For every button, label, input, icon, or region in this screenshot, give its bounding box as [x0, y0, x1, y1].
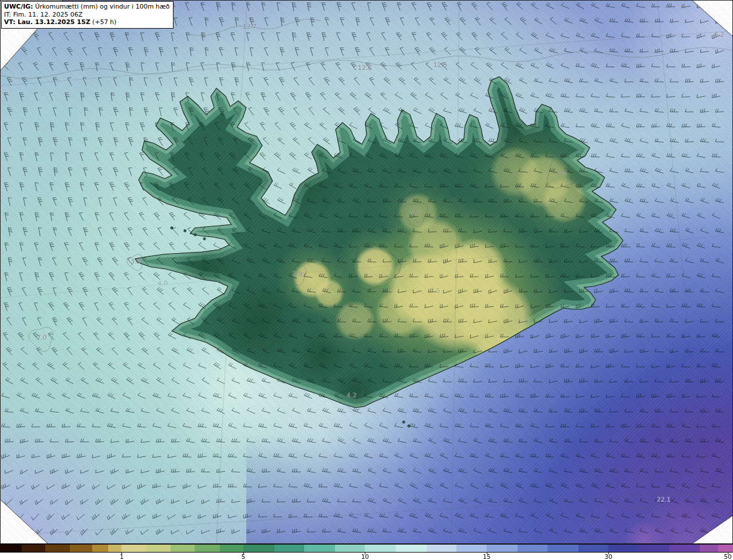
init-time-line: IT: Fim. 11. 12. 2025 06Z — [4, 11, 170, 19]
valid-time-rest: (+57 h) — [90, 18, 117, 26]
colorbar-tick-label: 5 — [242, 553, 246, 560]
colorbar-tick-label: 15 — [483, 553, 490, 560]
precipitation-wind-map-canvas — [0, 0, 733, 544]
map-info-box: UWC/IG: Úrkomumætti (mm) og vindur i 100… — [1, 1, 174, 29]
colorbar-tick-label: 1 — [120, 553, 124, 560]
weather-map-page: 12.76.212.612.52.82.33.92.04.01.57.04.22… — [0, 0, 733, 560]
valid-time-line: VT: Lau. 13.12.2025 15Z (+57 h) — [4, 18, 170, 26]
colorbar-tick-label: 10 — [361, 553, 369, 560]
colorbar-tick-label: 30 — [605, 553, 612, 560]
valid-time-bold: VT: Lau. 13.12.2025 15Z — [4, 18, 90, 26]
map-title-text: Úrkomumætti (mm) og vindur i 100m hæð — [33, 3, 170, 10]
map-title-line: UWC/IG: Úrkomumætti (mm) og vindur i 100… — [4, 3, 170, 11]
colorbar-tick-label: 50 — [724, 553, 731, 560]
colorbar: 1510153050 — [0, 544, 733, 560]
colorbar-labels: 1510153050 — [0, 553, 733, 560]
colorbar-gradient — [0, 544, 733, 553]
model-name: UWC/IG: — [4, 3, 33, 10]
